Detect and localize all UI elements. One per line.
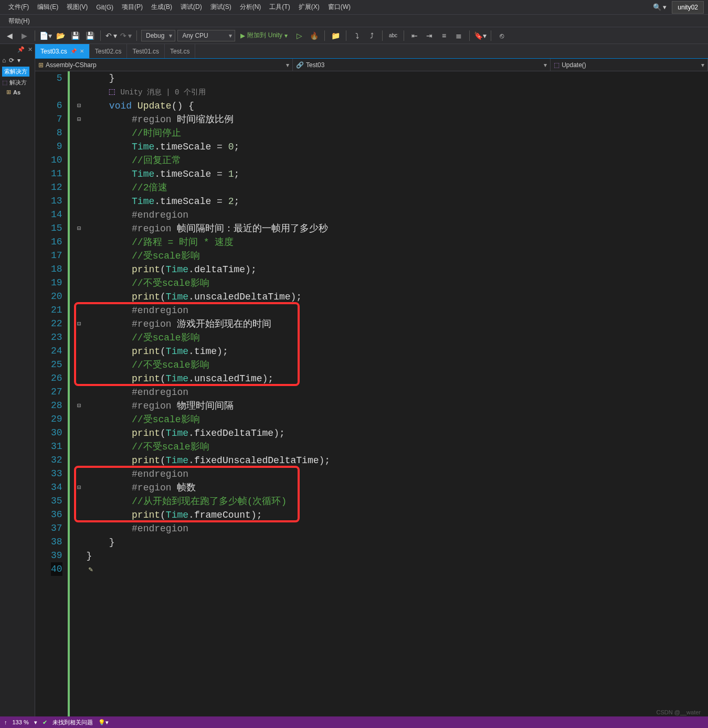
config-combo[interactable]: Debug xyxy=(141,30,175,41)
uncomment-icon[interactable]: ≣ xyxy=(452,29,465,42)
method-icon: ⬚ xyxy=(554,61,559,69)
save-all-icon[interactable]: 💾 xyxy=(83,29,96,42)
no-issues-icon: ✔ xyxy=(43,719,47,726)
menu-file[interactable]: 文件(F) xyxy=(4,1,33,14)
menu-edit[interactable]: 编辑(E) xyxy=(33,1,62,14)
menu-project[interactable]: 项目(P) xyxy=(118,1,147,14)
search-icon[interactable]: 🔍 ▾ xyxy=(648,3,672,11)
tab-label: Test01.cs xyxy=(132,48,159,55)
lightbulb-icon[interactable]: 💡▾ xyxy=(98,719,109,726)
statusbar: ↑ 133 % ▾ ✔ 未找到相关问题 💡▾ xyxy=(0,716,708,728)
refresh-icon[interactable]: ⟳ xyxy=(9,57,14,64)
code-content[interactable]: } ⬚ Unity 消息 | 0 个引用 void Update() { #re… xyxy=(84,71,708,716)
menu-build[interactable]: 生成(B) xyxy=(147,1,176,14)
solution-node[interactable]: ⬚解决方 xyxy=(0,78,35,88)
menu-extensions[interactable]: 扩展(X) xyxy=(294,1,324,14)
nav-forward-icon[interactable]: ▶ xyxy=(18,29,30,42)
step-into-icon[interactable]: ⤴ xyxy=(365,29,378,42)
undo-icon[interactable]: ↶ ▾ xyxy=(105,29,118,42)
search-solution-input[interactable]: 索解决方 xyxy=(2,67,29,77)
run-label: 附加到 Unity xyxy=(247,31,282,40)
menu-help[interactable]: 帮助(H) xyxy=(4,15,34,27)
arrow-up-icon[interactable]: ↑ xyxy=(4,719,7,725)
class-icon: 🔗 xyxy=(296,61,304,69)
line-number-gutter: 5 67891011121314151617181920212223242526… xyxy=(35,71,68,716)
home-icon[interactable]: ⌂ xyxy=(2,57,6,64)
close-icon[interactable]: ✕ xyxy=(80,48,84,54)
comment-icon[interactable]: ≡ xyxy=(438,29,450,42)
step-over-icon[interactable]: ⤵ xyxy=(351,29,363,42)
solution-explorer: 📌 ✕ ⌂ ⟳ ▾ 索解决方 ⬚解决方 ⊞As xyxy=(0,44,35,716)
dropdown-icon[interactable]: ▾ xyxy=(17,57,20,64)
open-folder-icon[interactable]: 📂 xyxy=(54,29,67,42)
menu-window[interactable]: 窗口(W) xyxy=(324,1,355,14)
new-project-icon[interactable]: 📄▾ xyxy=(39,29,52,42)
tab-label: Test03.cs xyxy=(40,48,67,55)
close-panel-icon[interactable]: ✕ xyxy=(28,46,33,53)
menu-git[interactable]: Git(G) xyxy=(92,2,118,13)
tab-label: Test.cs xyxy=(170,48,189,55)
menu-view[interactable]: 视图(V) xyxy=(62,1,92,14)
indent-left-icon[interactable]: ⇤ xyxy=(408,29,421,42)
platform-combo[interactable]: Any CPU xyxy=(177,30,235,41)
menu-tools[interactable]: 工具(T) xyxy=(265,1,294,14)
redo-icon[interactable]: ↷ ▾ xyxy=(120,29,132,42)
run-noDebug-icon[interactable]: ▷ xyxy=(293,29,305,42)
nav-back-icon[interactable]: ◀ xyxy=(3,29,16,42)
bookmark-icon[interactable]: 🔖▾ xyxy=(474,29,487,42)
open-in-explorer-icon[interactable]: 📁 xyxy=(329,29,342,42)
issues-label[interactable]: 未找到相关问题 xyxy=(52,719,93,726)
nav-project[interactable]: ⊞Assembly-CSharp xyxy=(35,59,293,71)
zoom-level[interactable]: 133 % xyxy=(13,719,29,725)
tab-test[interactable]: Test.cs xyxy=(165,44,195,58)
csharp-project-icon: ⊞ xyxy=(6,89,11,95)
menu-test[interactable]: 测试(S) xyxy=(206,1,236,14)
save-icon[interactable]: 💾 xyxy=(69,29,81,42)
hot-reload-icon[interactable]: 🔥 xyxy=(308,29,320,42)
run-button[interactable]: ▶附加到 Unity ▾ xyxy=(237,30,291,41)
tab-test03[interactable]: Test03.cs 📌 ✕ xyxy=(35,44,90,58)
tab-test02[interactable]: Test02.cs xyxy=(90,44,128,58)
share-icon[interactable]: ⎋ xyxy=(495,29,508,42)
menu-debug[interactable]: 调试(D) xyxy=(176,1,206,14)
abc-icon[interactable]: abc xyxy=(387,29,399,42)
pin-icon[interactable]: 📌 xyxy=(17,46,25,53)
project-node[interactable]: ⊞As xyxy=(0,88,35,97)
indent-right-icon[interactable]: ⇥ xyxy=(423,29,436,42)
tab-test01[interactable]: Test01.cs xyxy=(127,44,165,58)
tabstrip: Test03.cs 📌 ✕ Test02.cs Test01.cs Test.c… xyxy=(35,44,708,59)
fold-gutter[interactable] xyxy=(74,71,84,716)
menubar-row2: 帮助(H) xyxy=(0,15,708,27)
change-marker xyxy=(68,71,74,716)
toolbar: ◀ ▶ 📄▾ 📂 💾 💾 ↶ ▾ ↷ ▾ Debug Any CPU ▶附加到 … xyxy=(0,27,708,44)
menubar: 文件(F) 编辑(E) 视图(V) Git(G) 项目(P) 生成(B) 调试(… xyxy=(0,0,708,15)
nav-class[interactable]: 🔗Test03 xyxy=(293,59,551,71)
user-account[interactable]: unity02 xyxy=(672,1,704,14)
code-editor[interactable]: 5 67891011121314151617181920212223242526… xyxy=(35,71,708,716)
pin-icon[interactable]: 📌 xyxy=(70,48,77,54)
nav-member[interactable]: ⬚Update() xyxy=(551,59,708,71)
tab-label: Test02.cs xyxy=(95,48,122,55)
csharp-icon: ⊞ xyxy=(38,61,44,69)
menu-analyze[interactable]: 分析(N) xyxy=(236,1,266,14)
solution-icon: ⬚ xyxy=(2,79,7,86)
nav-bar: ⊞Assembly-CSharp 🔗Test03 ⬚Update() xyxy=(35,59,708,71)
